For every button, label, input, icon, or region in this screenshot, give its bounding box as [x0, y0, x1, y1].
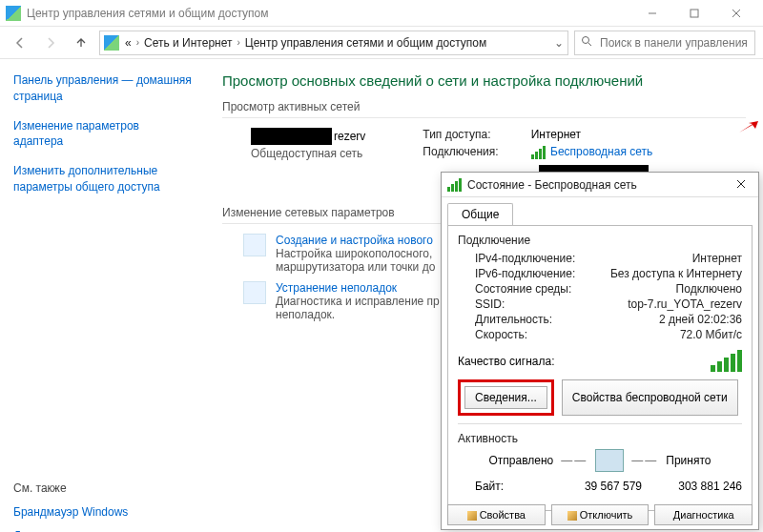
activity-icon [595, 449, 624, 472]
ipv4-value: Интернет [692, 252, 742, 265]
signal-quality-label: Качество сигнала: [458, 355, 554, 368]
wifi-signal-icon [531, 146, 546, 159]
wifi-status-dialog: Состояние - Беспроводная сеть Общие Подк… [441, 172, 759, 530]
back-button[interactable] [8, 31, 32, 55]
active-networks-heading: Просмотр активных сетей [222, 100, 746, 118]
properties-button[interactable]: Свойства [447, 504, 546, 525]
sidebar-link-adapter-settings[interactable]: Изменение параметров адаптера [13, 118, 192, 151]
close-icon [732, 9, 741, 18]
access-type-value: Интернет [531, 128, 581, 141]
arrow-right-icon [43, 35, 58, 51]
app-icon [6, 6, 21, 21]
svg-rect-1 [691, 10, 698, 17]
dialog-close-button[interactable] [730, 178, 753, 192]
network-name-suffix: rezerv [334, 130, 365, 143]
ipv6-label: IPv6-подключение: [475, 267, 610, 280]
bytes-label: Байт: [475, 480, 542, 493]
chevron-right-icon: › [136, 37, 139, 48]
breadcrumb-item-sharing-center[interactable]: Центр управления сетями и общим доступом [245, 36, 487, 50]
ssid-label: SSID: [475, 297, 628, 311]
window-title: Центр управления сетями и общим доступом [27, 7, 631, 20]
media-state-value: Подключено [676, 282, 742, 296]
dialog-title: Состояние - Беспроводная сеть [467, 178, 730, 192]
see-also-homegroup[interactable]: Домашняя группа [13, 528, 192, 532]
network-category: Общедоступная сеть [251, 147, 365, 160]
dash-icon: —— [561, 454, 588, 467]
duration-label: Длительность: [475, 313, 659, 326]
shield-icon [567, 511, 577, 521]
sidebar: Панель управления — домашняя страница Из… [0, 59, 205, 532]
see-also-heading: См. также [13, 481, 192, 495]
troubleshoot-icon [243, 281, 266, 304]
connection-link[interactable]: Беспроводная сеть [550, 145, 652, 158]
arrow-left-icon [12, 35, 28, 51]
svg-line-5 [588, 43, 591, 46]
dialog-footer: Свойства Отключить Диагностика [447, 504, 753, 525]
dialog-tabs: Общие [442, 197, 758, 225]
signal-quality-icon [711, 350, 742, 372]
sent-label: Отправлено [489, 454, 554, 467]
connection-group-heading: Подключение [458, 234, 742, 247]
close-icon [736, 179, 746, 189]
close-button[interactable] [715, 0, 757, 26]
chevron-down-icon[interactable]: ⌄ [554, 36, 564, 50]
wifi-signal-icon [447, 178, 462, 192]
speed-value: 72.0 Мбит/с [680, 328, 742, 341]
ssid-value: top-7.ru_YOTA_rezerv [628, 297, 742, 311]
duration-value: 2 дней 02:02:36 [659, 313, 742, 326]
minimize-button[interactable] [631, 0, 673, 26]
svg-point-4 [583, 37, 589, 44]
sidebar-link-advanced-sharing[interactable]: Изменить дополнительные параметры общего… [13, 163, 192, 195]
dash-icon: —— [631, 454, 658, 467]
access-type-label: Тип доступа: [423, 128, 527, 141]
tab-general[interactable]: Общие [447, 203, 513, 225]
maximize-icon [690, 9, 699, 18]
disable-button[interactable]: Отключить [551, 504, 650, 525]
ipv4-label: IPv4-подключение: [475, 252, 692, 265]
bytes-sent-value: 39 567 579 [542, 480, 642, 493]
connections-label: Подключения: [423, 145, 527, 158]
bytes-received-value: 303 881 246 [642, 480, 742, 493]
window-titlebar: Центр управления сетями и общим доступом [0, 0, 763, 27]
media-state-label: Состояние среды: [475, 282, 676, 296]
breadcrumb[interactable]: « › Сеть и Интернет › Центр управления с… [99, 31, 568, 55]
chevron-right-icon: › [237, 37, 239, 48]
activity-group-heading: Активность [458, 432, 742, 445]
breadcrumb-root[interactable]: « [125, 36, 132, 50]
speed-label: Скорость: [475, 328, 680, 341]
annotation-arrow-icon [738, 120, 759, 133]
shield-icon [467, 511, 477, 521]
redacted-network-name [251, 128, 332, 145]
tab-general-pane: Подключение IPv4-подключение:Интернет IP… [447, 225, 753, 511]
control-panel-icon [104, 35, 119, 51]
minimize-icon [648, 9, 657, 18]
maximize-button[interactable] [673, 0, 715, 26]
breadcrumb-item-network[interactable]: Сеть и Интернет [144, 36, 232, 50]
details-button[interactable]: Сведения... [464, 386, 547, 409]
search-box[interactable] [574, 31, 755, 55]
search-input[interactable] [598, 35, 749, 51]
see-also-firewall[interactable]: Брандмауэр Windows [13, 504, 192, 521]
search-icon [581, 35, 592, 50]
address-bar: « › Сеть и Интернет › Центр управления с… [0, 27, 763, 59]
divider [458, 423, 742, 424]
dialog-titlebar: Состояние - Беспроводная сеть [442, 173, 758, 197]
diagnose-button[interactable]: Диагностика [654, 504, 753, 525]
sidebar-link-home[interactable]: Панель управления — домашняя страница [13, 72, 192, 105]
arrow-up-icon [74, 36, 88, 50]
annotation-highlight: Сведения... [458, 379, 554, 416]
forward-button[interactable] [38, 31, 63, 55]
wifi-properties-button[interactable]: Свойства беспроводной сети [562, 379, 738, 416]
up-button[interactable] [69, 31, 93, 55]
received-label: Принято [666, 454, 711, 467]
new-connection-icon [243, 234, 266, 256]
page-title: Просмотр основных сведений о сети и наст… [222, 72, 746, 89]
ipv6-value: Без доступа к Интернету [610, 267, 742, 280]
